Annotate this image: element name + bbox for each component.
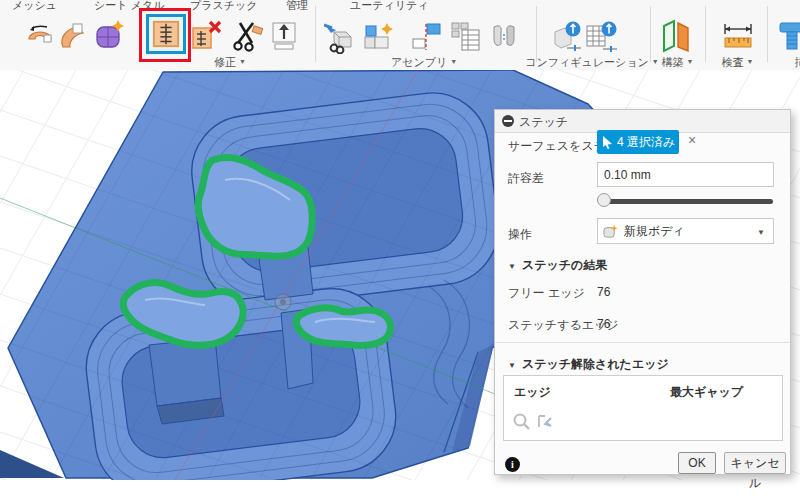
unstitched-edges-table[interactable]: エッジ 最大ギャップ (503, 375, 783, 441)
column-header-edge: エッジ (514, 384, 551, 401)
selection-chip[interactable]: 4 選択済み (597, 130, 679, 154)
sweep-icon[interactable] (56, 20, 88, 52)
unstitched-section-header[interactable]: ▼ステッチ解除されたエッジ (508, 356, 669, 373)
dialog-grip-icon[interactable] (502, 115, 514, 127)
tolerance-slider-track[interactable] (599, 199, 773, 204)
toolbar-separator (705, 6, 706, 62)
selected-face-3 (296, 308, 390, 346)
group-label-construct[interactable]: 構築▼ (650, 55, 705, 70)
stitch-dialog: ステッチ サーフェスをステッチ 4 選択済み × 許容差 操作 新規ボディ ▼ … (494, 109, 791, 475)
tab-mesh[interactable]: メッシュ (12, 0, 57, 13)
tab-plastic[interactable]: プラスチック (190, 0, 258, 13)
results-section-header[interactable]: ▼ステッチの結果 (508, 257, 607, 274)
group-label-assemble[interactable]: アセンブリ▼ (384, 55, 464, 70)
config-block-icon[interactable] (551, 20, 583, 52)
toolbar-separator (536, 6, 537, 62)
chevron-down-icon: ▼ (757, 228, 765, 237)
operation-label: 操作 (508, 226, 532, 243)
bom-icon[interactable] (449, 20, 481, 52)
config-table-icon[interactable] (584, 20, 616, 52)
clear-selection-icon[interactable]: × (688, 133, 696, 147)
section-divider (495, 342, 790, 343)
chevron-down-icon: ▼ (239, 58, 246, 65)
new-body-icon (603, 224, 618, 239)
unstitch-icon[interactable] (190, 20, 222, 52)
tab-utilities[interactable]: ユーティリティ (350, 0, 429, 13)
free-edges-value: 76 (597, 285, 610, 299)
chevron-down-icon: ▼ (747, 58, 754, 65)
chevron-down-icon: ▼ (687, 58, 694, 65)
select-edge-icon[interactable] (537, 412, 559, 432)
insert-link-icon[interactable] (324, 20, 356, 52)
ok-button[interactable]: OK (678, 452, 716, 474)
ribbon-toolbar: メッシュ シート メタル プラスチック 管理 ユーティリティ (0, 0, 800, 71)
operation-value: 新規ボディ (624, 223, 685, 240)
origin-indicator (275, 294, 291, 310)
selection-chip-label: 4 選択済み (617, 134, 675, 151)
form-icon[interactable] (92, 18, 124, 50)
column-header-max-gap: 最大ギャップ (670, 384, 743, 401)
group-label-configuration[interactable]: コンフィギュレーション▼ (522, 55, 662, 70)
chevron-down-icon: ▼ (450, 58, 457, 65)
operation-dropdown[interactable]: 新規ボディ ▼ (597, 218, 774, 244)
extend-icon[interactable] (268, 20, 300, 52)
group-label-inspect[interactable]: 検査▼ (710, 55, 765, 70)
group-label-modify[interactable]: 修正▼ (205, 55, 255, 70)
toolbar-separator (767, 6, 768, 62)
info-icon[interactable]: i (505, 457, 520, 472)
joint-icon[interactable] (410, 20, 442, 52)
annotation-highlight-box (139, 8, 191, 62)
trim-icon[interactable] (232, 18, 264, 50)
tab-manage[interactable]: 管理 (286, 0, 308, 13)
insert-bolt-icon[interactable] (776, 20, 800, 52)
mirror-icon[interactable] (488, 20, 520, 52)
inspect-measure-icon[interactable] (721, 20, 753, 52)
zoom-to-edge-icon[interactable] (512, 412, 532, 432)
collapse-triangle-icon: ▼ (508, 262, 516, 271)
tolerance-input[interactable] (597, 162, 774, 187)
toolbar-separator (650, 6, 651, 62)
tolerance-label: 許容差 (508, 170, 544, 187)
collapse-triangle-icon: ▼ (508, 361, 516, 370)
tolerance-slider-handle[interactable] (597, 193, 611, 207)
cursor-icon (602, 136, 613, 149)
new-component-icon[interactable] (361, 20, 393, 52)
dialog-title: ステッチ (519, 114, 568, 131)
group-label-insert[interactable]: 挿 (790, 55, 800, 70)
stitch-edges-value: 76 (597, 317, 610, 331)
free-edges-label: フリー エッジ (508, 285, 585, 302)
revolve-icon[interactable] (24, 20, 56, 52)
cancel-button[interactable]: キャンセル (724, 452, 786, 474)
construct-plane-icon[interactable] (660, 18, 692, 50)
toolbar-separator (315, 6, 316, 62)
